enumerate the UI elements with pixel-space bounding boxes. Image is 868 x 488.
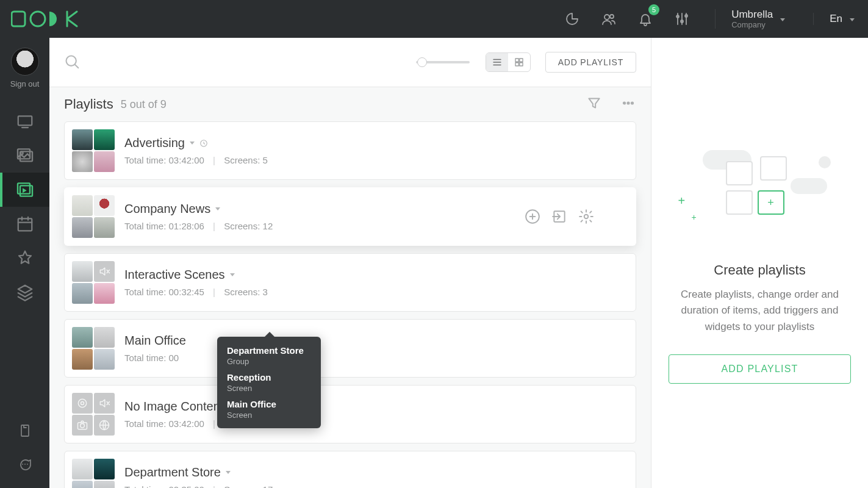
total-time: 01:28:06 <box>169 221 204 231</box>
popover-item[interactable]: Main Office Screen <box>227 399 311 420</box>
stats-icon[interactable] <box>565 12 579 26</box>
row-more-icon[interactable] <box>615 470 626 488</box>
total-time-label: Total time: <box>124 353 169 363</box>
svg-point-34 <box>619 280 622 282</box>
language-menu[interactable]: En <box>813 13 855 25</box>
playlist-row[interactable]: Interactive Scenes Total time: 00:32:45 … <box>64 253 636 312</box>
total-time-label: Total time: <box>124 155 169 165</box>
right-panel: ++ Create playlists Create playlists, ch… <box>651 38 868 488</box>
toolbar: ADD PLAYLIST <box>49 38 651 87</box>
row-more-icon[interactable] <box>615 140 626 161</box>
settings-sliders-icon[interactable] <box>675 12 689 26</box>
playlist-count: 5 out of 9 <box>121 98 167 111</box>
screens-popover: Department Store Group Reception Screen … <box>217 337 321 428</box>
playlist-row[interactable]: No Image Content Total time: 03:42:00 | … <box>64 385 636 443</box>
svg-point-45 <box>619 412 622 414</box>
nav-help[interactable] <box>0 414 49 448</box>
import-icon[interactable] <box>551 209 567 224</box>
camera-icon <box>72 415 93 436</box>
chevron-down-icon[interactable] <box>190 142 195 145</box>
user-avatar[interactable] <box>11 48 39 76</box>
gear-icon[interactable] <box>578 209 594 224</box>
nav-schedule[interactable] <box>0 207 49 241</box>
nav-playlists[interactable] <box>0 173 49 207</box>
nav-layers[interactable] <box>0 275 49 309</box>
svg-rect-19 <box>519 63 522 66</box>
nav-scenes[interactable] <box>0 241 49 275</box>
account-name: Umbrella <box>731 9 773 20</box>
filter-icon[interactable] <box>586 95 602 113</box>
playlist-name: Interactive Scenes <box>124 268 225 282</box>
total-time-label: Total time: <box>124 418 169 429</box>
svg-point-1 <box>30 12 45 26</box>
subheader: Playlists 5 out of 9 <box>49 87 651 121</box>
playlist-list: Advertising Total time: 03:42:00 | Scree… <box>49 121 651 488</box>
popover-item-title: Department Store <box>227 345 311 356</box>
view-grid-button[interactable] <box>508 53 530 71</box>
popover-item-sub: Screen <box>227 384 311 393</box>
row-more-icon[interactable] <box>615 338 626 359</box>
zoom-slider[interactable] <box>416 61 470 63</box>
total-time-label: Total time: <box>124 287 169 297</box>
playlist-row[interactable]: Company News Total time: 01:28:06 | Scre… <box>64 187 636 246</box>
svg-rect-16 <box>515 59 518 62</box>
center-column: ADD PLAYLIST Playlists 5 out of 9 <box>49 38 651 488</box>
nav-screens[interactable] <box>0 104 49 138</box>
playlist-name: Advertising <box>124 136 185 150</box>
notifications-icon[interactable]: 5 <box>638 12 653 26</box>
add-playlist-button[interactable]: ADD PLAYLIST <box>545 52 636 73</box>
add-icon[interactable] <box>525 209 540 224</box>
account-menu[interactable]: Umbrella Company <box>715 9 785 29</box>
playlist-name: Company News <box>124 202 210 216</box>
app-logo[interactable] <box>11 9 88 29</box>
topbar: 5 Umbrella Company En <box>0 0 868 38</box>
svg-point-38 <box>619 351 622 353</box>
chevron-down-icon[interactable] <box>215 207 220 210</box>
row-more-icon[interactable] <box>615 404 626 425</box>
svg-point-36 <box>619 341 622 343</box>
right-heading: Create playlists <box>714 262 805 278</box>
users-icon[interactable] <box>601 12 616 26</box>
nav-media[interactable] <box>0 138 49 173</box>
svg-point-47 <box>619 473 622 475</box>
mute-icon <box>94 393 115 414</box>
screens-count: 5 <box>263 155 268 165</box>
more-icon[interactable] <box>620 95 636 113</box>
svg-rect-17 <box>519 59 522 62</box>
svg-point-49 <box>619 483 622 485</box>
popover-item[interactable]: Department Store Group <box>227 345 311 366</box>
svg-point-32 <box>619 217 622 219</box>
playlist-row[interactable]: Main Office Total time: 00 <box>64 319 636 378</box>
signout-link[interactable]: Sign out <box>10 79 40 88</box>
screens-label: Screens: <box>224 287 262 297</box>
view-list-button[interactable] <box>486 53 508 71</box>
playlist-row[interactable]: Department Store Total time: 02:35:00 | … <box>64 451 636 488</box>
row-more-icon[interactable] <box>605 209 626 224</box>
globe-icon <box>94 415 115 436</box>
total-time: 03:42:00 <box>169 155 204 165</box>
right-description: Create playlists, change order and durat… <box>669 287 851 335</box>
popover-item[interactable]: Reception Screen <box>227 372 311 393</box>
chevron-down-icon[interactable] <box>226 471 231 474</box>
playlist-name: Main Office <box>124 334 186 348</box>
chevron-down-icon[interactable] <box>230 273 235 276</box>
screens-label: Screens: <box>224 155 262 165</box>
playlist-thumbs <box>72 195 115 238</box>
svg-point-2 <box>604 15 609 20</box>
playlist-name: No Image Content <box>124 400 223 414</box>
svg-point-39 <box>78 399 86 407</box>
playlist-row[interactable]: Advertising Total time: 03:42:00 | Scree… <box>64 121 636 180</box>
nav-chat[interactable] <box>0 448 49 482</box>
right-add-playlist-button[interactable]: ADD PLAYLIST <box>669 354 851 384</box>
screens-count: 3 <box>263 287 268 297</box>
playlist-name: Department Store <box>124 465 221 479</box>
search-icon[interactable] <box>64 54 81 71</box>
svg-point-21 <box>627 102 629 104</box>
playlist-thumbs <box>72 327 115 370</box>
popover-item-sub: Screen <box>227 411 311 420</box>
empty-illustration: ++ <box>687 154 833 245</box>
row-more-icon[interactable] <box>615 272 626 293</box>
svg-point-26 <box>619 153 622 156</box>
screens-label: Screens: <box>224 484 262 488</box>
svg-point-46 <box>619 417 622 419</box>
